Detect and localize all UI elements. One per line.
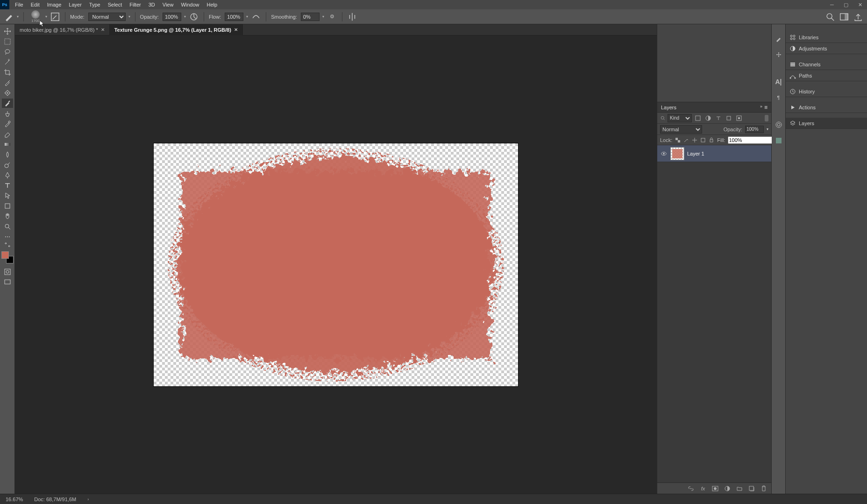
lock-transparency-icon[interactable] <box>675 136 681 144</box>
layer-row[interactable]: Layer 1 <box>657 145 771 162</box>
doc-info-chevron-icon[interactable]: › <box>87 497 89 502</box>
opacity-input[interactable] <box>163 13 181 21</box>
dodge-tool[interactable] <box>2 160 13 170</box>
marquee-tool[interactable] <box>2 37 13 46</box>
doc-info-label[interactable]: Doc: 68,7M/91,6M <box>34 497 76 502</box>
blend-mode-select[interactable]: Normal <box>660 125 702 134</box>
workspace-switcher-icon[interactable] <box>839 12 849 22</box>
type-tool[interactable] <box>2 181 13 190</box>
adjustment-layer-icon[interactable] <box>724 485 731 492</box>
libraries-panel-tab[interactable]: Libraries <box>786 32 867 43</box>
brush-panel-toggle-icon[interactable] <box>50 12 60 22</box>
canvas-viewport[interactable] <box>15 35 657 494</box>
menu-help[interactable]: Help <box>203 2 221 7</box>
layer-opacity-input[interactable] <box>745 126 764 133</box>
menu-edit[interactable]: Edit <box>27 2 43 7</box>
lock-image-icon[interactable] <box>683 136 689 144</box>
menu-filter[interactable]: Filter <box>126 2 144 7</box>
collapse-panel-icon[interactable]: » <box>760 104 762 111</box>
airbrush-icon[interactable] <box>251 12 261 22</box>
history-brush-tool[interactable] <box>2 119 13 128</box>
layer-mask-icon[interactable] <box>711 485 719 492</box>
adjustments-panel-tab[interactable]: Adjustments <box>786 43 867 54</box>
layer-visibility-icon[interactable] <box>660 150 668 157</box>
actions-panel-tab[interactable]: Actions <box>786 102 867 113</box>
filter-shape-icon[interactable] <box>725 114 733 122</box>
filter-adjustment-icon[interactable] <box>704 114 712 122</box>
opacity-chevron-icon[interactable]: ▾ <box>767 127 768 131</box>
filter-kind-select[interactable]: Kind <box>668 114 692 122</box>
filter-type-icon[interactable] <box>714 114 723 122</box>
clone-stamp-tool[interactable] <box>2 109 13 118</box>
group-layers-icon[interactable] <box>736 485 743 492</box>
menu-3d[interactable]: 3D <box>145 2 159 7</box>
smoothing-gear-icon[interactable]: ⚙ <box>327 12 337 22</box>
zoom-tool[interactable] <box>2 222 13 231</box>
document-tab-0[interactable]: moto biker.jpg @ 16,7% (RGB/8) * ✕ <box>15 24 110 35</box>
filter-pixel-icon[interactable] <box>694 114 702 122</box>
menu-image[interactable]: Image <box>43 2 65 7</box>
new-layer-icon[interactable] <box>748 485 755 492</box>
tool-preset-icon[interactable] <box>4 12 14 22</box>
eraser-tool[interactable] <box>2 129 13 139</box>
zoom-level-label[interactable]: 16.67% <box>6 497 23 502</box>
layer-thumbnail[interactable] <box>670 147 684 160</box>
smoothing-chevron-icon[interactable]: ▾ <box>322 14 324 19</box>
maximize-button[interactable]: ▢ <box>839 0 853 9</box>
quick-mask-icon[interactable] <box>2 267 13 277</box>
layers-panel-tab[interactable]: Layers <box>786 118 867 129</box>
mode-select[interactable]: Normal <box>88 13 126 21</box>
close-tab-icon[interactable]: ✕ <box>234 27 238 32</box>
edit-toolbar-icon[interactable]: ⋯ <box>2 232 13 241</box>
delete-layer-icon[interactable] <box>760 485 768 492</box>
shape-tool[interactable] <box>2 201 13 211</box>
share-icon[interactable] <box>853 12 863 22</box>
character-strip-icon[interactable]: A| <box>774 77 784 87</box>
menu-file[interactable]: File <box>11 2 27 7</box>
hand-tool[interactable] <box>2 212 13 221</box>
layer-fx-icon[interactable]: fx <box>699 485 707 492</box>
swatches-strip-icon[interactable] <box>774 120 784 130</box>
paragraph-strip-icon[interactable]: ¶ <box>774 92 784 103</box>
pressure-opacity-icon[interactable] <box>189 12 199 22</box>
brush-settings-strip-icon[interactable] <box>774 34 784 44</box>
menu-select[interactable]: Select <box>104 2 126 7</box>
crop-tool[interactable] <box>2 68 13 77</box>
foreground-color-swatch[interactable] <box>1 251 9 259</box>
link-layers-icon[interactable] <box>687 485 695 492</box>
channels-panel-tab[interactable]: Channels <box>786 59 867 70</box>
magic-wand-tool[interactable] <box>2 57 13 67</box>
minimize-button[interactable]: ─ <box>825 0 839 9</box>
healing-brush-tool[interactable] <box>2 88 13 98</box>
document-tab-1[interactable]: Texture Grunge 5.png @ 16,7% (Layer 1, R… <box>110 24 243 35</box>
opacity-chevron-icon[interactable]: ▾ <box>184 14 186 19</box>
history-panel-tab[interactable]: History <box>786 86 867 97</box>
filter-toggle-switch[interactable] <box>765 115 768 121</box>
symmetry-icon[interactable] <box>347 12 357 22</box>
mode-chevron-icon[interactable]: ▾ <box>128 14 130 19</box>
swap-colors-icon[interactable] <box>2 242 13 247</box>
gradient-tool[interactable] <box>2 140 13 149</box>
eyedropper-tool[interactable] <box>2 78 13 87</box>
menu-view[interactable]: View <box>159 2 178 7</box>
menu-window[interactable]: Window <box>177 2 203 7</box>
path-selection-tool[interactable] <box>2 191 13 200</box>
flow-input[interactable] <box>225 13 243 21</box>
tool-preset-chevron-icon[interactable]: ▾ <box>17 14 19 19</box>
pen-tool[interactable] <box>2 170 13 180</box>
panel-menu-icon[interactable]: ≡ <box>764 104 768 111</box>
canvas-document[interactable] <box>154 143 518 386</box>
lasso-tool[interactable] <box>2 47 13 57</box>
lock-artboard-icon[interactable] <box>700 136 706 144</box>
search-icon[interactable] <box>825 12 835 22</box>
brush-tool[interactable] <box>2 99 13 108</box>
smoothing-input[interactable] <box>301 13 320 21</box>
menu-layer[interactable]: Layer <box>65 2 85 7</box>
paths-panel-tab[interactable]: Paths <box>786 70 867 81</box>
close-tab-icon[interactable]: ✕ <box>101 27 105 32</box>
brush-preset-picker[interactable]: 1700 <box>28 10 43 23</box>
flow-chevron-icon[interactable]: ▾ <box>246 14 248 19</box>
lock-all-icon[interactable] <box>709 136 714 144</box>
layer-name-label[interactable]: Layer 1 <box>687 151 704 156</box>
clone-source-strip-icon[interactable] <box>774 50 784 60</box>
